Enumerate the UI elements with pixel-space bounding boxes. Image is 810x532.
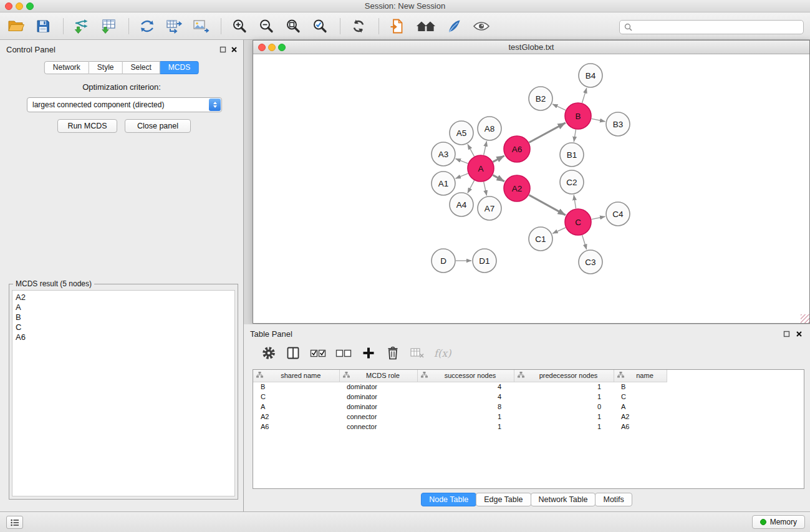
- window-resize-grip[interactable]: [801, 314, 809, 323]
- graph-node-A3[interactable]: A3: [432, 142, 455, 166]
- table-cell[interactable]: C: [253, 392, 339, 402]
- deselect-all-button[interactable]: [335, 345, 352, 361]
- graph-node-D[interactable]: D: [432, 249, 455, 273]
- search-box[interactable]: [619, 20, 804, 34]
- table-settings-button[interactable]: [261, 345, 276, 361]
- network-arrows-button[interactable]: [135, 16, 160, 36]
- graph-node-A2[interactable]: A2: [504, 175, 530, 201]
- table-cell[interactable]: A2: [253, 412, 339, 422]
- table-row[interactable]: Adominator80A: [253, 402, 667, 412]
- network-from-table-button[interactable]: [162, 16, 186, 36]
- table-cell[interactable]: A2: [614, 412, 667, 422]
- close-table-panel-button[interactable]: [794, 329, 803, 338]
- graph-edge-A-A7[interactable]: [484, 182, 487, 196]
- close-window-button[interactable]: [5, 2, 12, 10]
- table-cell[interactable]: 1: [514, 382, 614, 392]
- table-cell[interactable]: A: [614, 402, 667, 412]
- zoom-out-button[interactable]: [254, 16, 279, 36]
- mcds-result-item[interactable]: A: [16, 302, 231, 312]
- float-table-panel-button[interactable]: [782, 329, 791, 338]
- mcds-result-item[interactable]: A2: [16, 293, 231, 302]
- table-cell[interactable]: dominator: [339, 392, 417, 402]
- close-panel-button[interactable]: [229, 45, 238, 54]
- memory-button[interactable]: Memory: [752, 515, 805, 529]
- table-row[interactable]: A2connector11A2: [253, 412, 667, 422]
- open-session-file-button[interactable]: [385, 16, 410, 36]
- zoom-selected-button[interactable]: [307, 16, 332, 36]
- refresh-layout-button[interactable]: [346, 16, 371, 36]
- open-file-button[interactable]: [4, 16, 29, 36]
- table-cell[interactable]: C: [614, 392, 667, 402]
- graph-node-D1[interactable]: D1: [473, 249, 496, 273]
- import-network-button[interactable]: [69, 16, 94, 36]
- graph-edge-A-A1[interactable]: [456, 173, 468, 178]
- tab-network[interactable]: Network: [44, 61, 89, 74]
- graph-edge-A-A6[interactable]: [493, 156, 504, 162]
- select-all-button[interactable]: [310, 345, 326, 361]
- show-hide-button[interactable]: [469, 16, 494, 36]
- graph-node-A6[interactable]: A6: [504, 136, 530, 162]
- graph-edge-C-C2[interactable]: [574, 195, 576, 209]
- close-network-window-button[interactable]: [258, 44, 266, 51]
- tab-node-table[interactable]: Node Table: [421, 493, 476, 506]
- table-cell[interactable]: 8: [417, 402, 514, 412]
- graph-node-B1[interactable]: B1: [560, 143, 584, 167]
- zoom-fit-button[interactable]: [281, 16, 306, 36]
- graph-edge-C-C3[interactable]: [582, 235, 587, 249]
- graph-edge-B-B3[interactable]: [592, 118, 605, 121]
- table-cell[interactable]: 0: [514, 402, 614, 412]
- table-cell[interactable]: dominator: [339, 402, 417, 412]
- graph-edge-C-C1[interactable]: [552, 228, 566, 233]
- graph-node-A7[interactable]: A7: [478, 196, 501, 220]
- zoom-network-window-button[interactable]: [278, 44, 286, 51]
- graph-node-C1[interactable]: C1: [529, 227, 552, 251]
- optimization-criterion-select[interactable]: largest connected component (directed): [27, 97, 222, 112]
- mcds-result-item[interactable]: C: [16, 322, 231, 332]
- table-cell[interactable]: A6: [253, 422, 339, 432]
- graph-node-C[interactable]: C: [565, 209, 591, 235]
- table-cell[interactable]: dominator: [339, 382, 417, 392]
- column-header-successor-nodes[interactable]: successor nodes: [417, 370, 514, 382]
- table-cell[interactable]: connector: [339, 412, 417, 422]
- minimize-window-button[interactable]: [16, 2, 23, 10]
- table-cell[interactable]: 4: [417, 392, 514, 402]
- table-cell[interactable]: 1: [514, 412, 614, 422]
- table-cell[interactable]: 1: [514, 392, 614, 402]
- column-header-predecessor-nodes[interactable]: predecessor nodes: [514, 370, 614, 382]
- network-window-titlebar[interactable]: testGlobe.txt: [253, 41, 809, 54]
- save-session-button[interactable]: [31, 16, 55, 36]
- tab-style[interactable]: Style: [89, 61, 123, 74]
- graph-edge-A6-B[interactable]: [529, 123, 565, 143]
- graph-edge-B-B1[interactable]: [574, 130, 576, 142]
- table-cell[interactable]: 4: [417, 382, 514, 392]
- table-row[interactable]: Cdominator41C: [253, 392, 667, 402]
- graph-edge-A-A2[interactable]: [493, 175, 504, 181]
- column-header-mcds-role[interactable]: MCDS role: [339, 370, 417, 382]
- graph-node-B[interactable]: B: [565, 103, 591, 129]
- table-cell[interactable]: B: [614, 382, 667, 392]
- graph-edge-B-B2[interactable]: [552, 104, 566, 110]
- graph-node-C4[interactable]: C4: [606, 202, 630, 226]
- tab-edge-table[interactable]: Edge Table: [476, 493, 531, 506]
- network-graph[interactable]: B4B2BB3A5A8A6B1A3AC2A1A2A4A7C4CC1C3DD1: [253, 54, 809, 323]
- graph-node-A4[interactable]: A4: [450, 193, 473, 216]
- tab-mcds[interactable]: MCDS: [160, 61, 199, 74]
- graph-edge-B-B4[interactable]: [582, 88, 587, 103]
- graph-node-B2[interactable]: B2: [529, 87, 552, 110]
- delete-button[interactable]: [385, 345, 400, 361]
- table-row[interactable]: Bdominator41B: [253, 382, 667, 392]
- table-row[interactable]: A6connector11A6: [253, 422, 667, 432]
- graph-edge-A2-C[interactable]: [529, 195, 566, 215]
- zoom-window-button[interactable]: [26, 2, 34, 10]
- table-cell[interactable]: A6: [614, 422, 667, 432]
- table-cell[interactable]: B: [253, 382, 339, 392]
- graph-node-A8[interactable]: A8: [478, 117, 501, 140]
- add-column-button[interactable]: [361, 345, 376, 361]
- show-columns-button[interactable]: [286, 345, 301, 361]
- table-cell[interactable]: 1: [417, 412, 514, 422]
- export-image-button[interactable]: [188, 16, 213, 36]
- column-header-shared-name[interactable]: shared name: [253, 370, 339, 382]
- graph-edge-A-A4[interactable]: [468, 180, 475, 193]
- mcds-result-item[interactable]: B: [16, 312, 231, 322]
- tab-motifs[interactable]: Motifs: [595, 493, 632, 506]
